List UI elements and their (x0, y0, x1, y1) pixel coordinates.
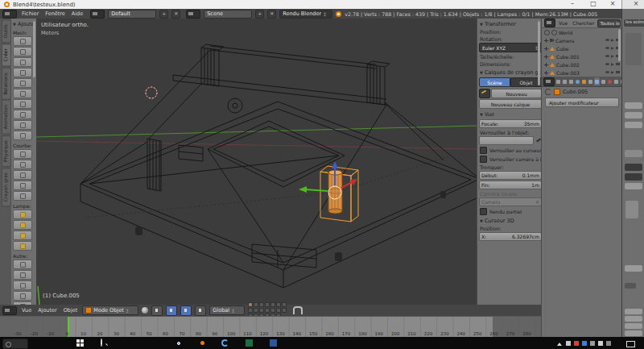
layer-cell[interactable] (276, 308, 281, 313)
tray-icon-2[interactable] (574, 341, 579, 346)
tab-render-layers[interactable] (562, 77, 568, 85)
clear-camera-icon[interactable]: ✕ (535, 199, 539, 205)
shelf-tab-physique[interactable]: Physique (2, 135, 11, 167)
clip-end-field[interactable]: Fin: 1m (479, 181, 542, 189)
cursor-panel-header[interactable]: ▼ Curseur 3D (480, 218, 542, 224)
add-path-button[interactable] (13, 191, 32, 201)
layer-cell[interactable] (254, 308, 258, 313)
tray-icon-5[interactable] (598, 341, 603, 346)
add-nurbs-circle-button[interactable] (13, 181, 32, 190)
render-engine-dropdown[interactable]: Rendu Blender ↕ (279, 10, 332, 19)
layer-cell[interactable] (248, 302, 253, 307)
tab-constraints[interactable] (588, 77, 593, 85)
shelf-tab-crayon-gras[interactable]: Crayon gras (2, 168, 11, 206)
visibility-eye-icon[interactable] (605, 39, 609, 41)
selectability-arrow-icon[interactable] (611, 39, 614, 42)
tray-icon-6[interactable] (606, 341, 611, 346)
shelf-tab-créer[interactable]: Créer (2, 44, 11, 66)
add-area-button[interactable] (13, 241, 32, 251)
tray-display-icon[interactable] (626, 341, 635, 347)
tab-scene[interactable] (568, 77, 574, 85)
tool-shelf-scrollbar[interactable] (33, 21, 35, 77)
add-ico-sphere-button[interactable] (13, 78, 32, 88)
layer-cell[interactable] (254, 302, 258, 307)
taskbar-file-explorer-icon[interactable] (149, 339, 156, 347)
visibility-eye-icon[interactable] (605, 71, 609, 73)
layer-cell[interactable] (248, 308, 253, 313)
add-bezier-button[interactable] (13, 149, 32, 159)
layer-cell[interactable] (270, 308, 275, 313)
tab-world[interactable] (575, 77, 580, 85)
grease-color-swatch[interactable] (479, 89, 490, 98)
outliner-filter-dropdown[interactable]: Toutes les scènes (597, 19, 621, 27)
snap-magnet-icon[interactable] (293, 306, 303, 314)
taskbar-search-icon[interactable] (101, 339, 102, 347)
render-border-checkbox[interactable] (480, 208, 487, 215)
viewport-shading-dropdown[interactable] (142, 307, 148, 314)
add-plane-button[interactable] (13, 36, 32, 46)
expand-plus-icon[interactable] (544, 47, 548, 51)
add-nurbs-curve-button[interactable] (13, 170, 32, 180)
orientation-dropdown[interactable]: Global ↕ (209, 305, 245, 315)
add-lattice-button[interactable] (13, 291, 32, 301)
rotation-mode-dropdown[interactable]: Euler XYZ ↕ (479, 43, 542, 52)
tab-texture[interactable] (613, 77, 619, 85)
second-window-close-button[interactable]: × (627, 0, 644, 9)
menu-fenetre[interactable]: Fenêtre (43, 10, 67, 17)
layer-cell[interactable] (259, 302, 264, 307)
remove-scene-button[interactable]: ✕ (267, 10, 276, 19)
add-armature-button[interactable] (13, 280, 32, 290)
add-camera-button[interactable] (13, 260, 32, 269)
shelf-tab-animation[interactable]: Animation (2, 100, 11, 135)
timeline[interactable]: -30-20-100102030405060708090100110120130… (0, 316, 541, 338)
taskbar-task-view-icon[interactable] (125, 339, 132, 347)
layer-cell[interactable] (265, 308, 270, 313)
n-panel-scrollbar[interactable] (538, 21, 540, 85)
add-cylinder-button[interactable] (13, 89, 32, 98)
visibility-eye-icon[interactable] (605, 55, 609, 57)
lock-object-field[interactable] (479, 136, 534, 145)
layer-cell[interactable] (282, 308, 287, 313)
translate-manipulator-button[interactable] (166, 305, 177, 316)
lock-camera-checkbox[interactable] (480, 156, 487, 163)
add-circle-button[interactable] (13, 57, 32, 67)
tray-icon-3[interactable] (582, 341, 587, 346)
shelf-tab-relations[interactable]: Relations (2, 68, 11, 100)
taskbar-blue-app-icon[interactable] (270, 339, 277, 347)
screen-layout-field[interactable]: Default (108, 10, 156, 19)
transform-panel-header[interactable]: ▼ Transformer (480, 21, 542, 27)
add-spot-button[interactable] (13, 231, 32, 240)
mode-dropdown[interactable]: Mode Objet ↕ (82, 305, 138, 315)
lock-to-cursor-checkbox[interactable] (480, 147, 487, 154)
visibility-eye-icon[interactable] (605, 47, 609, 49)
add-grid-button[interactable] (13, 120, 32, 130)
add-text-button[interactable] (13, 270, 32, 280)
layer-cell[interactable] (282, 302, 287, 307)
expand-plus-icon[interactable] (544, 55, 548, 59)
pivot-dropdown[interactable] (151, 305, 163, 316)
add-torus-button[interactable] (13, 110, 32, 119)
scene-browse-button[interactable] (186, 10, 200, 19)
menu-vue[interactable]: Vue (20, 307, 33, 314)
tray-icon-4[interactable] (590, 341, 595, 346)
3d-viewport[interactable]: Utilisateur ortho. Meters (1) Cube.005 (36, 19, 477, 305)
add-cone-button[interactable] (13, 99, 32, 109)
timeline-editor-type-button[interactable] (2, 339, 28, 349)
renderability-camera-icon[interactable] (616, 63, 620, 65)
outliner-item-cube.001[interactable]: Cube.001 (542, 52, 622, 60)
taskbar-excel-icon[interactable] (246, 339, 253, 347)
add-layout-button[interactable]: + (159, 10, 168, 19)
viewport-editor-type-button[interactable] (2, 306, 17, 315)
cursor-x-field[interactable]: X: 6.32697cm (479, 232, 542, 241)
taskbar-c-app-icon[interactable] (221, 339, 229, 347)
close-button[interactable]: × (604, 0, 621, 9)
grease-pencil-panel-header[interactable]: ▼ Calques de crayon gr... (480, 69, 542, 76)
expand-plus-icon[interactable] (544, 71, 548, 75)
tab-object[interactable] (581, 77, 587, 85)
expand-plus-icon[interactable] (544, 63, 548, 67)
outliner-item-world[interactable]: World (542, 28, 622, 36)
add-uv-sphere-button[interactable] (13, 68, 32, 77)
info-editor-type-button[interactable] (2, 10, 17, 19)
outliner-menu-vue[interactable]: Vue (557, 20, 569, 26)
tab-modifiers[interactable] (594, 77, 600, 85)
